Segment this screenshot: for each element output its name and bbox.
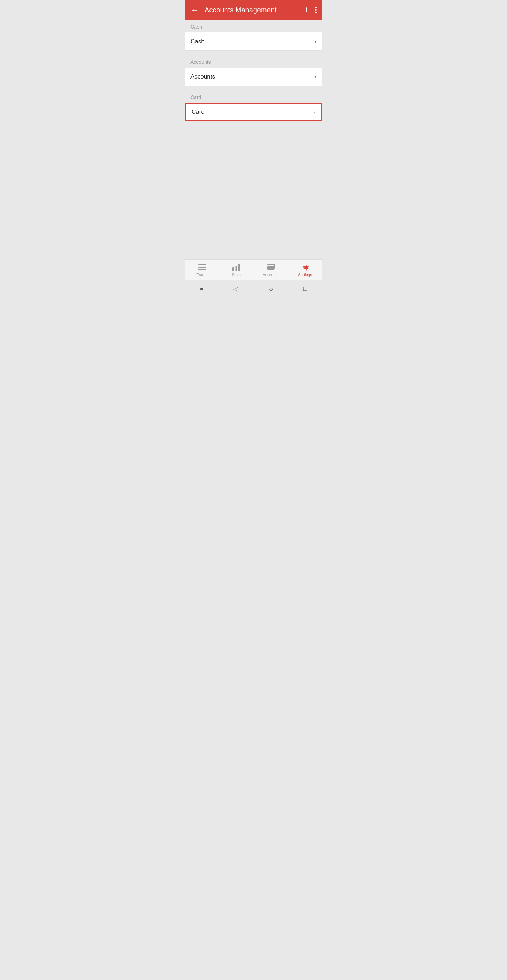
trans-label: Trans. [197,273,207,277]
system-home-button[interactable]: ○ [269,285,273,293]
empty-content-area [185,121,322,227]
settings-icon [301,263,309,272]
svg-rect-7 [268,266,274,270]
cash-list-item[interactable]: Cash › [185,32,322,51]
svg-rect-3 [232,267,234,271]
stats-label: Stats [232,273,241,277]
add-button[interactable]: + [304,4,310,16]
system-stop-button[interactable]: ■ [200,286,203,292]
app-bar: ← Accounts Management + [185,0,322,20]
back-button[interactable]: ← [191,5,199,15]
stats-icon [232,263,240,272]
accounts-item-label: Accounts [191,73,215,80]
accounts-list-item[interactable]: Accounts › [185,68,322,86]
content-area: Cash Cash › Accounts Accounts › Card Car… [185,20,322,259]
svg-rect-2 [198,269,206,270]
system-recent-button[interactable]: □ [304,286,307,292]
settings-label: Settings [298,273,312,277]
system-nav: ■ ◁ ○ □ [185,280,322,298]
svg-rect-5 [238,264,240,271]
accounts-chevron-icon: › [315,73,316,80]
svg-rect-0 [198,264,206,265]
card-list-item[interactable]: Card › [185,103,322,121]
dot-icon [315,12,316,13]
nav-item-accounts[interactable]: Accounts [253,263,288,277]
nav-item-settings[interactable]: Settings [288,263,323,277]
card-chevron-icon: › [313,108,315,116]
card-item-label: Card [192,108,205,116]
dot-icon [315,9,316,11]
accounts-nav-label: Accounts [263,273,278,277]
system-back-button[interactable]: ◁ [234,285,238,293]
cash-chevron-icon: › [315,38,316,45]
bottom-nav: Trans. Stats Accounts S [185,259,322,280]
dot-icon [315,7,316,8]
nav-item-trans[interactable]: Trans. [185,263,219,277]
cash-section-header: Cash [185,20,322,32]
accounts-nav-icon [267,263,275,272]
spacer-1 [185,51,322,55]
accounts-section-header: Accounts [185,55,322,68]
more-button[interactable] [315,7,316,13]
card-section-header: Card [185,90,322,103]
svg-rect-1 [198,267,206,268]
svg-rect-4 [235,266,237,271]
cash-item-label: Cash [191,38,205,45]
spacer-2 [185,86,322,90]
nav-item-stats[interactable]: Stats [219,263,254,277]
trans-icon [198,263,206,272]
app-bar-title: Accounts Management [205,6,304,14]
